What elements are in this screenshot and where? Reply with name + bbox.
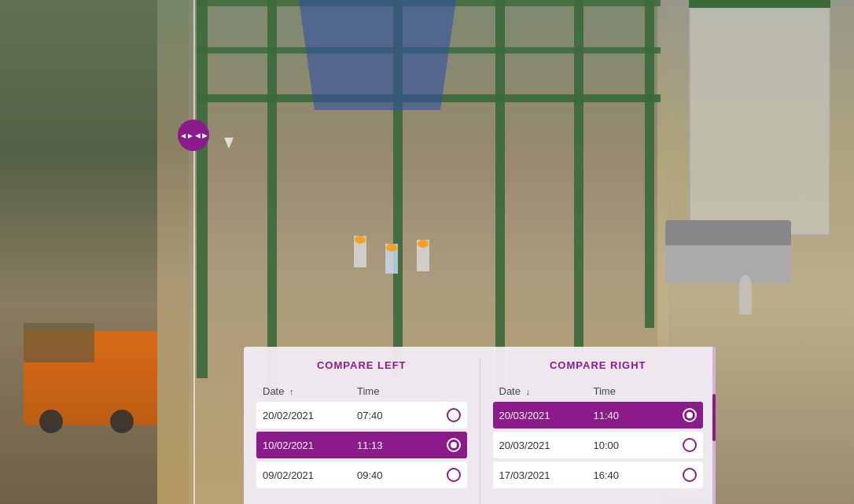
compare-left-col: COMPARE LEFT Date ↑ Time 20/02/2021 07:4…	[244, 359, 480, 504]
right-row-3[interactable]: 17/03/2021 16:40	[493, 462, 704, 488]
building	[689, 0, 830, 236]
left-row-1-time: 07:40	[357, 410, 444, 421]
left-row-3[interactable]: 09/02/2021 09:40	[256, 462, 467, 488]
right-row-1-time: 11:40	[594, 410, 680, 421]
worker-2	[385, 244, 398, 274]
right-row-1[interactable]: 20/03/2021 11:40	[493, 402, 704, 429]
splitter-icon: ◄►	[193, 131, 208, 140]
right-row-1-date: 20/03/2021	[499, 410, 594, 421]
worker-1	[354, 236, 366, 267]
right-row-2-date: 20/03/2021	[499, 440, 594, 451]
cursor	[224, 138, 234, 152]
right-row-2-radio[interactable]	[683, 438, 697, 452]
compare-modal: COMPARE LEFT Date ↑ Time 20/02/2021 07:4…	[244, 347, 716, 504]
right-row-1-radio[interactable]	[683, 408, 697, 422]
splitter-handle[interactable]: ◄►	[178, 120, 209, 151]
truck-left-cab	[24, 323, 94, 362]
right-time-header: Time	[594, 385, 698, 397]
left-row-1-radio[interactable]	[447, 408, 461, 422]
right-row-3-date: 17/03/2021	[499, 469, 594, 481]
truck-right	[665, 220, 791, 283]
compare-left-title: COMPARE LEFT	[256, 359, 467, 371]
compare-right-col: COMPARE RIGHT Date ↓ Time 20/03/2021 11:…	[480, 359, 716, 504]
left-row-1-date: 20/02/2021	[263, 410, 357, 421]
tarp	[299, 0, 456, 110]
steel-frame-v2	[267, 0, 277, 403]
left-row-2-time: 11:13	[357, 440, 444, 451]
right-date-sort[interactable]: ↓	[526, 387, 531, 396]
right-table-header: Date ↓ Time	[493, 381, 704, 402]
compare-right-title: COMPARE RIGHT	[493, 359, 704, 371]
building-top	[689, 0, 830, 8]
left-row-2-radio[interactable]	[447, 438, 461, 452]
steel-frame-v1	[197, 0, 208, 378]
radio-selected-dot	[451, 442, 457, 448]
radio-selected-dot-r	[687, 412, 693, 418]
split-divider	[193, 0, 195, 504]
right-row-3-time: 16:40	[594, 469, 680, 481]
right-row-2-time: 10:00	[594, 440, 680, 451]
background: ◄► COMPARE LEFT Date ↑ Time 20/02/2021	[0, 0, 854, 504]
left-scroll-thumb	[712, 394, 716, 441]
worker-3	[417, 240, 429, 271]
left-time-header: Time	[357, 385, 461, 397]
left-row-1[interactable]: 20/02/2021 07:40	[256, 402, 467, 429]
left-row-2[interactable]: 10/02/2021 11:13	[256, 432, 467, 458]
person-right	[739, 275, 752, 315]
left-row-3-date: 09/02/2021	[263, 469, 357, 481]
left-row-3-radio[interactable]	[447, 468, 461, 482]
left-date-sort[interactable]: ↑	[289, 387, 294, 396]
steel-frame-v4	[495, 0, 505, 393]
modal-columns: COMPARE LEFT Date ↑ Time 20/02/2021 07:4…	[244, 359, 716, 504]
wheel-1	[39, 410, 63, 433]
left-table-header: Date ↑ Time	[256, 381, 467, 402]
left-scrollbar[interactable]	[712, 347, 716, 504]
right-row-3-radio[interactable]	[683, 468, 697, 482]
left-date-header: Date ↑	[263, 385, 357, 397]
left-row-3-time: 09:40	[357, 469, 444, 481]
right-row-2[interactable]: 20/03/2021 10:00	[493, 432, 704, 458]
right-date-header: Date ↓	[499, 385, 594, 397]
left-row-2-date: 10/02/2021	[263, 440, 357, 451]
wheel-2	[110, 410, 134, 433]
